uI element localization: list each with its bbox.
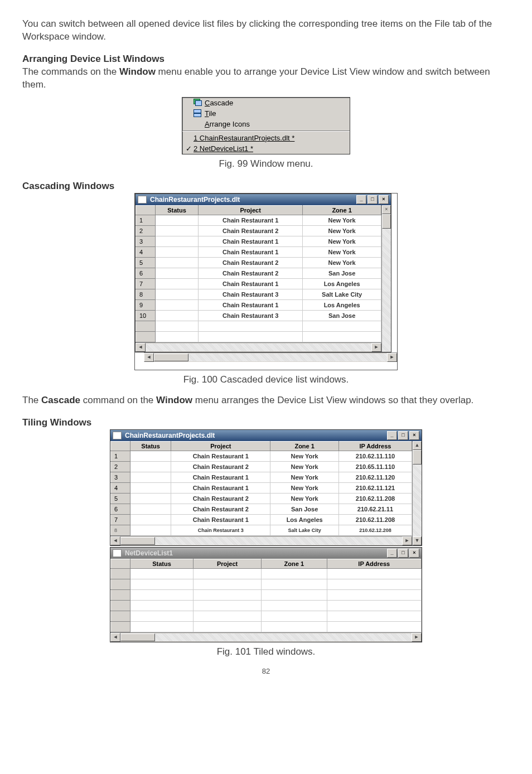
table-row[interactable]: 8Chain Restaurant 3Salt Lake City xyxy=(136,289,381,299)
scroll-right-button[interactable]: ► xyxy=(387,353,397,362)
col-zone1[interactable]: Zone 1 xyxy=(262,559,327,568)
titlebar[interactable]: ChainRestaurantProjects.dlt _ □ × xyxy=(136,194,391,205)
menu-item-cascade[interactable]: Cascade xyxy=(182,98,350,108)
close-button[interactable]: × xyxy=(382,205,391,214)
table-row[interactable]: 5Chain Restaurant 2New York xyxy=(136,257,381,268)
col-status[interactable]: Status xyxy=(130,559,194,568)
row-header[interactable]: 1 xyxy=(136,215,156,225)
table-row[interactable]: 3Chain Restaurant 1New York210.62.11.120 xyxy=(111,472,412,482)
table-row[interactable]: 7Chain Restaurant 1Los Angeles xyxy=(136,278,381,289)
row-header[interactable]: 1 xyxy=(111,451,130,461)
row-header[interactable]: 9 xyxy=(136,299,156,310)
corner-header[interactable] xyxy=(111,559,130,568)
col-project[interactable]: Project xyxy=(171,441,270,451)
row-header[interactable]: 3 xyxy=(111,472,130,482)
table-row[interactable]: 7Chain Restaurant 1Los Angeles210.62.11.… xyxy=(111,514,412,525)
corner-header[interactable] xyxy=(136,205,156,215)
scroll-track[interactable] xyxy=(413,465,422,536)
col-project[interactable]: Project xyxy=(194,559,262,568)
scroll-up-button[interactable]: ▲ xyxy=(413,441,422,450)
scroll-left-button[interactable]: ◄ xyxy=(144,353,154,362)
col-ip[interactable]: IP Address xyxy=(338,441,412,451)
scroll-track[interactable] xyxy=(155,633,412,641)
row-header[interactable]: 2 xyxy=(111,461,130,472)
row-header[interactable]: 2 xyxy=(136,225,156,236)
table-row[interactable]: 4Chain Restaurant 1New York210.62.11.121 xyxy=(111,482,412,493)
minimize-button[interactable]: _ xyxy=(356,195,366,204)
h-scrollbar[interactable]: ◄ ► xyxy=(110,632,422,642)
titlebar[interactable]: NetDeviceList1 _ □ × xyxy=(110,548,422,559)
corner-header[interactable] xyxy=(111,441,130,451)
col-zone1[interactable]: Zone 1 xyxy=(303,205,381,215)
table-row[interactable]: 8Chain Restaurant 3Salt Lake City210.62.… xyxy=(111,525,412,535)
menu-item-window-1[interactable]: 1 ChainRestaurantProjects.dlt * xyxy=(182,133,350,143)
table-row[interactable]: 3Chain Restaurant 1New York xyxy=(136,236,381,246)
titlebar[interactable]: ChainRestaurantProjects.dlt _ □ × xyxy=(110,430,422,441)
row-header[interactable]: 10 xyxy=(136,310,156,321)
close-button[interactable]: × xyxy=(409,549,419,558)
scroll-track[interactable] xyxy=(382,229,391,352)
fig101-caption: Fig. 101 Tiled windows. xyxy=(22,646,510,659)
scroll-left-button[interactable]: ◄ xyxy=(110,536,120,545)
scroll-thumb[interactable] xyxy=(154,354,188,361)
table-row[interactable]: 4Chain Restaurant 1New York xyxy=(136,246,381,257)
col-ip[interactable]: IP Address xyxy=(327,559,421,568)
table-row[interactable]: 1Chain Restaurant 1New York210.62.11.110 xyxy=(111,451,412,461)
row-header[interactable]: 7 xyxy=(136,278,156,289)
h-scrollbar[interactable]: ◄ ► xyxy=(136,342,381,352)
table-row[interactable]: 2Chain Restaurant 2New York xyxy=(136,225,381,236)
col-zone1[interactable]: Zone 1 xyxy=(270,441,339,451)
minimize-button[interactable]: _ xyxy=(387,549,397,558)
table-row[interactable]: 5Chain Restaurant 2New York210.62.11.208 xyxy=(111,493,412,504)
scroll-down-button[interactable]: ▼ xyxy=(413,536,422,545)
menu-item-tile[interactable]: Tile xyxy=(182,108,350,119)
scroll-thumb[interactable] xyxy=(382,214,391,229)
maximize-button[interactable]: □ xyxy=(398,549,408,558)
maximize-button[interactable]: □ xyxy=(398,431,408,440)
cell-project: Chain Restaurant 1 xyxy=(199,278,303,289)
v-scrollbar[interactable]: ▲ ▼ xyxy=(412,441,422,545)
h-scrollbar[interactable]: ◄ ► xyxy=(110,536,412,545)
col-status[interactable]: Status xyxy=(156,205,199,215)
heading-arranging: Arranging Device List Windows xyxy=(22,54,510,65)
table-row[interactable]: 10Chain Restaurant 3San Jose xyxy=(136,310,381,321)
table-row[interactable]: 6Chain Restaurant 2San Jose xyxy=(136,268,381,278)
scroll-thumb[interactable] xyxy=(120,633,155,641)
scroll-track[interactable] xyxy=(146,344,371,351)
row-header[interactable]: 4 xyxy=(136,246,156,257)
row-header[interactable]: 6 xyxy=(136,268,156,278)
row-header[interactable]: 5 xyxy=(111,493,130,504)
back-window-h-scrollbar[interactable]: ◄ ► xyxy=(144,352,397,362)
row-header[interactable]: 7 xyxy=(111,514,130,525)
scroll-thumb[interactable] xyxy=(413,450,422,465)
row-header[interactable]: 5 xyxy=(136,257,156,268)
table-row[interactable]: 1Chain Restaurant 1New York xyxy=(136,215,381,225)
row-header[interactable]: 3 xyxy=(136,236,156,246)
close-button[interactable]: × xyxy=(379,195,389,204)
table-row[interactable]: 9Chain Restaurant 1Los Angeles xyxy=(136,299,381,310)
maximize-button[interactable]: □ xyxy=(367,195,378,204)
row-header[interactable]: 8 xyxy=(111,525,130,535)
menu-item-arrange-icons[interactable]: Arrange Icons xyxy=(182,119,350,129)
scroll-track[interactable] xyxy=(188,354,387,361)
scroll-right-button[interactable]: ► xyxy=(412,633,422,642)
scroll-thumb[interactable] xyxy=(120,537,155,545)
scroll-left-button[interactable]: ◄ xyxy=(110,633,120,642)
table-row[interactable]: 2Chain Restaurant 2New York210.65.11.110 xyxy=(111,461,412,472)
row-header[interactable]: 8 xyxy=(136,289,156,299)
menu-item-window-2[interactable]: 2 NetDeviceList1 * xyxy=(182,143,350,154)
row-header[interactable]: 6 xyxy=(111,504,130,514)
scroll-track[interactable] xyxy=(155,537,402,545)
minimize-button[interactable]: _ xyxy=(387,431,397,440)
col-project[interactable]: Project xyxy=(199,205,303,215)
table-row[interactable]: 6Chain Restaurant 2San Jose210.62.21.11 xyxy=(111,504,412,514)
row-header[interactable]: 4 xyxy=(111,482,130,493)
scroll-left-button[interactable]: ◄ xyxy=(136,343,146,352)
close-button[interactable]: × xyxy=(409,431,419,440)
scroll-right-button[interactable]: ► xyxy=(371,343,381,352)
document-icon xyxy=(113,432,122,439)
scroll-right-button[interactable]: ► xyxy=(402,536,412,545)
col-status[interactable]: Status xyxy=(130,441,171,451)
cell-zone: Los Angeles xyxy=(303,299,381,310)
v-scrollbar-back-window[interactable]: × xyxy=(381,205,391,352)
